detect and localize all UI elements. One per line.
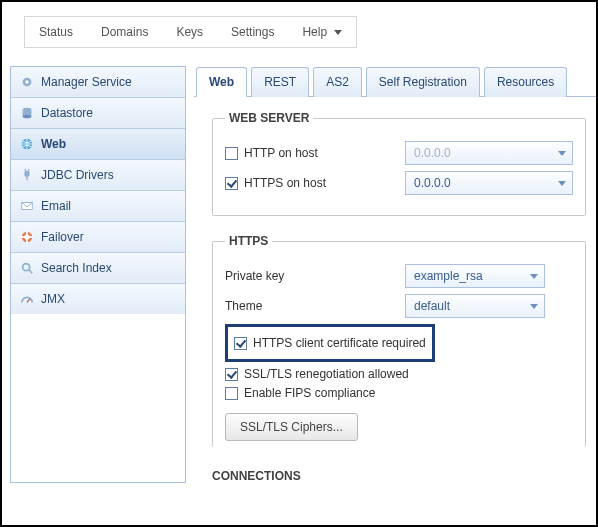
svg-rect-14	[21, 236, 33, 238]
sidebar-item-datastore[interactable]: Datastore	[11, 98, 185, 129]
nav-help-label: Help	[302, 25, 327, 39]
sidebar-item-failover[interactable]: Failover	[11, 222, 185, 253]
tab-web[interactable]: Web	[196, 67, 247, 97]
top-nav: Status Domains Keys Settings Help	[24, 16, 357, 48]
gauge-icon	[19, 291, 35, 307]
connections-legend: CONNECTIONS	[212, 465, 586, 483]
sidebar-item-label: JDBC Drivers	[41, 168, 114, 182]
client-cert-highlight: HTTPS client certificate required	[225, 324, 435, 362]
client-cert-label: HTTPS client certificate required	[253, 336, 426, 350]
nav-keys[interactable]: Keys	[162, 17, 217, 47]
renegotiation-label: SSL/TLS renegotiation allowed	[244, 367, 409, 381]
content-area: Web REST AS2 Self Registration Resources…	[186, 66, 596, 483]
tab-as2[interactable]: AS2	[313, 67, 362, 97]
sidebar: Manager Service Datastore Web JDBC Drive…	[10, 66, 186, 483]
nav-domains[interactable]: Domains	[87, 17, 162, 47]
http-label: HTTP on host	[244, 146, 318, 160]
svg-line-17	[27, 299, 30, 303]
theme-label: Theme	[225, 299, 262, 313]
svg-point-4	[23, 115, 32, 119]
nav-help[interactable]: Help	[288, 17, 356, 47]
sidebar-item-email[interactable]: Email	[11, 191, 185, 222]
sidebar-item-label: Datastore	[41, 106, 93, 120]
sidebar-item-jdbc-drivers[interactable]: JDBC Drivers	[11, 160, 185, 191]
webserver-fieldset: WEB SERVER HTTP on host 0.0.0.0 HTTPS on	[212, 111, 586, 216]
search-icon	[19, 260, 35, 276]
sidebar-item-label: Web	[41, 137, 66, 151]
sidebar-item-manager-service[interactable]: Manager Service	[11, 67, 185, 98]
mail-icon	[19, 198, 35, 214]
chevron-down-icon	[558, 181, 566, 186]
renegotiation-checkbox[interactable]	[225, 368, 238, 381]
tab-bar: Web REST AS2 Self Registration Resources	[194, 66, 596, 97]
nav-status[interactable]: Status	[25, 17, 87, 47]
svg-line-16	[29, 270, 33, 274]
http-checkbox[interactable]	[225, 147, 238, 160]
https-host-select[interactable]: 0.0.0.0	[405, 171, 573, 195]
fips-label: Enable FIPS compliance	[244, 386, 375, 400]
svg-point-15	[23, 264, 30, 271]
plug-icon	[19, 167, 35, 183]
svg-rect-6	[24, 171, 29, 177]
theme-select[interactable]: default	[405, 294, 545, 318]
https-host-value: 0.0.0.0	[414, 176, 451, 190]
theme-value: default	[414, 299, 450, 313]
https-fieldset: HTTPS Private key example_rsa Theme defa…	[212, 234, 586, 447]
http-host-select[interactable]: 0.0.0.0	[405, 141, 573, 165]
lifebuoy-icon	[19, 229, 35, 245]
chevron-down-icon	[530, 304, 538, 309]
client-cert-checkbox[interactable]	[234, 337, 247, 350]
sidebar-item-label: Manager Service	[41, 75, 132, 89]
fips-checkbox[interactable]	[225, 387, 238, 400]
sidebar-item-label: JMX	[41, 292, 65, 306]
chevron-down-icon	[530, 274, 538, 279]
https-label: HTTPS on host	[244, 176, 326, 190]
tab-resources[interactable]: Resources	[484, 67, 567, 97]
tab-rest[interactable]: REST	[251, 67, 309, 97]
private-key-label: Private key	[225, 269, 284, 283]
sidebar-item-label: Email	[41, 199, 71, 213]
sidebar-item-search-index[interactable]: Search Index	[11, 253, 185, 284]
database-icon	[19, 105, 35, 121]
private-key-select[interactable]: example_rsa	[405, 264, 545, 288]
sidebar-item-label: Search Index	[41, 261, 112, 275]
https-checkbox[interactable]	[225, 177, 238, 190]
webserver-legend: WEB SERVER	[225, 111, 313, 125]
sidebar-item-label: Failover	[41, 230, 84, 244]
sidebar-item-jmx[interactable]: JMX	[11, 284, 185, 314]
chevron-down-icon	[558, 151, 566, 156]
globe-icon	[19, 136, 35, 152]
gear-icon	[19, 74, 35, 90]
svg-point-1	[25, 80, 29, 84]
private-key-value: example_rsa	[414, 269, 483, 283]
ssl-tls-ciphers-button[interactable]: SSL/TLS Ciphers...	[225, 413, 358, 441]
nav-settings[interactable]: Settings	[217, 17, 288, 47]
https-legend: HTTPS	[225, 234, 272, 248]
chevron-down-icon	[334, 30, 342, 35]
http-host-value: 0.0.0.0	[414, 146, 451, 160]
tab-self-registration[interactable]: Self Registration	[366, 67, 480, 97]
sidebar-item-web[interactable]: Web	[11, 129, 185, 160]
